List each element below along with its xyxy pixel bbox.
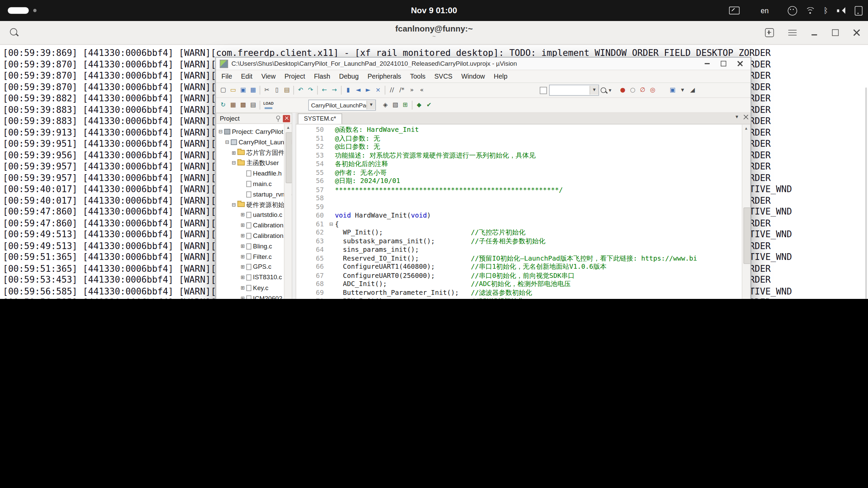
tree-item[interactable]: ⊟ 硬件资源初始化 [216,200,292,210]
close-file-icon[interactable] [744,115,749,120]
toolbar-separator[interactable] [412,101,413,109]
display-cast-icon[interactable] [729,7,739,15]
find-combo[interactable]: ▼ [549,85,599,96]
toolbar-separator[interactable] [341,86,342,95]
configure-icon[interactable]: ◢ [688,85,697,95]
tree-item[interactable]: main.c [216,179,292,189]
toolbar-separator[interactable] [260,86,260,95]
fold-marker-icon[interactable] [328,177,335,185]
tree-expander-icon[interactable]: ⊞ [231,147,237,158]
tree-item[interactable]: ⊟ CarryPilot_LaunchPad_V7 [216,137,292,148]
fold-marker-icon[interactable] [328,203,335,211]
code-line[interactable]: 53 功能描述: 对系统芯片资源常规硬件资源进行一系列初始化，具体见 [296,151,750,160]
fold-marker-icon[interactable] [328,186,335,194]
enable-breakpoints-icon[interactable]: ◎ [648,85,657,95]
tree-expander-icon[interactable]: ⊞ [240,272,246,283]
fold-marker-icon[interactable] [328,211,335,220]
options-for-target-icon[interactable]: ◈ [380,100,390,110]
menu-item[interactable]: Window [457,70,489,82]
tree-expander-icon[interactable]: ⊟ [218,127,224,137]
uvision-minimize-button[interactable] [698,58,715,69]
tree-item[interactable]: ⊟ Project: CarryPilot [216,127,292,137]
code-line[interactable]: 62 WP_Init(); //飞控芯片初始化 [296,228,750,237]
tree-expander-icon[interactable]: ⊞ [240,251,246,262]
menu-item[interactable]: Edit [237,70,257,82]
bookmark-prev-icon[interactable]: ◄ [353,85,363,95]
toolbar-separator[interactable] [317,86,318,95]
uvision-close-button[interactable] [732,58,748,69]
tree-item[interactable]: ⊞ GPS.c [216,262,292,272]
bookmark-toggle-icon[interactable]: ▮ [343,85,353,95]
fold-marker-icon[interactable] [328,143,335,151]
manage-components-icon[interactable]: ⊞ [400,100,410,110]
fold-marker-icon[interactable] [328,194,335,203]
fold-marker-icon[interactable] [328,228,335,237]
tree-expander-icon[interactable]: ⊞ [240,241,246,251]
build-icon[interactable]: ▦ [228,100,238,110]
code-line[interactable]: 57 *************************************… [296,186,750,194]
panel-splitter[interactable] [292,113,296,299]
toolbar-separator[interactable] [260,101,260,109]
code-line[interactable]: 69 Butterworth_Parameter_Init(); //滤波器参数… [296,288,750,297]
new-tab-button[interactable] [765,28,774,37]
code-editor[interactable]: 50 @函数名: HardWave_Init 51 @入口参数: 无 [296,124,751,299]
tab-list-dropdown-icon[interactable]: ▼ [735,115,739,120]
nav-forward-icon[interactable]: → [329,85,339,95]
fold-marker-icon[interactable] [328,134,335,143]
bookmark-clear-icon[interactable]: × [373,85,383,95]
code-line[interactable]: 63 substask_params_init(); //子任务相关参数初始化 [296,237,750,246]
screenshot-icon[interactable] [855,6,863,15]
code-line[interactable]: 55 @作者: 无名小哥 [296,168,750,177]
uvision-title-bar[interactable]: C:\Users\Shus\Desktop\CarryPilot_For_Lau… [216,58,751,70]
chevron-down-icon[interactable]: ▼ [367,101,375,109]
code-line[interactable]: 67 ConfigureUART0(256000); //串口0初始化，前向视觉… [296,271,750,280]
volume-icon[interactable] [837,7,846,14]
uncomment-icon[interactable]: /* [397,85,407,95]
chevron-down-icon[interactable]: ▼ [590,86,598,95]
redo-icon[interactable]: ↷ [305,85,315,95]
editor-vscrollbar[interactable]: ▲ ▼ [742,124,750,299]
outdent-icon[interactable]: « [417,85,427,95]
tree-item[interactable]: ⊞ Filter.c [216,251,292,262]
code-line[interactable]: 52 @出口参数: 无 [296,143,750,151]
code-line[interactable]: 50 @函数名: HardWave_Init [296,126,750,134]
code-line[interactable]: 59 [296,203,750,211]
find-in-files-button[interactable]: ▼ [600,87,612,93]
code-line[interactable]: 61 ⊟ { [296,220,750,228]
scroll-up-arrow[interactable]: ▲ [742,124,750,132]
batch-build-icon[interactable]: ▤ [248,100,258,110]
fold-marker-icon[interactable]: ⊟ [328,220,335,228]
rebuild-icon[interactable]: ▩ [238,100,248,110]
tree-expander-icon[interactable]: ⊞ [240,293,246,299]
status-face-icon[interactable] [788,6,797,15]
toolbar-separator[interactable] [385,86,386,95]
close-button[interactable] [853,29,860,36]
menu-item[interactable]: File [217,70,237,82]
paste-icon[interactable]: ▤ [282,85,292,95]
maximize-button[interactable] [832,29,839,36]
tree-item[interactable]: ⊞ IST8310.c [216,272,292,283]
tree-item[interactable]: ⊞ 芯片官方固件库 [216,147,292,158]
code-line[interactable]: 64 sins_params_init(); [296,246,750,254]
code-line[interactable]: 66 ConfigureUART1(460800); //串口1初始化，无名创新… [296,263,750,271]
file-extensions-icon[interactable]: ▧ [390,100,400,110]
tree-expander-icon[interactable]: ⊞ [240,283,246,293]
debug-windows-icon[interactable]: ▣ [668,85,677,95]
disable-breakpoint-icon[interactable]: ○ [628,85,637,95]
tree-item[interactable]: ⊞ Key.c [216,283,292,293]
fold-marker-icon[interactable] [328,288,335,297]
menu-item[interactable]: Tools [406,70,430,82]
menu-item[interactable]: Flash [310,70,335,82]
fold-marker-icon[interactable] [328,271,335,280]
fold-marker-icon[interactable] [328,280,335,288]
tree-expander-icon[interactable]: ⊞ [240,210,246,220]
menu-item[interactable]: Debug [335,70,363,82]
hamburger-menu-button[interactable] [788,29,796,36]
new-file-icon[interactable]: ▢ [218,85,228,95]
nav-back-icon[interactable]: ← [319,85,329,95]
wifi-icon[interactable] [806,7,814,14]
tree-item[interactable]: ⊟ 主函数User [216,158,292,168]
code-line[interactable]: 51 @入口参数: 无 [296,134,750,143]
insert-breakpoint-icon[interactable]: ● [618,85,628,95]
code-line[interactable]: 54 各初始化后的注释 [296,160,750,168]
